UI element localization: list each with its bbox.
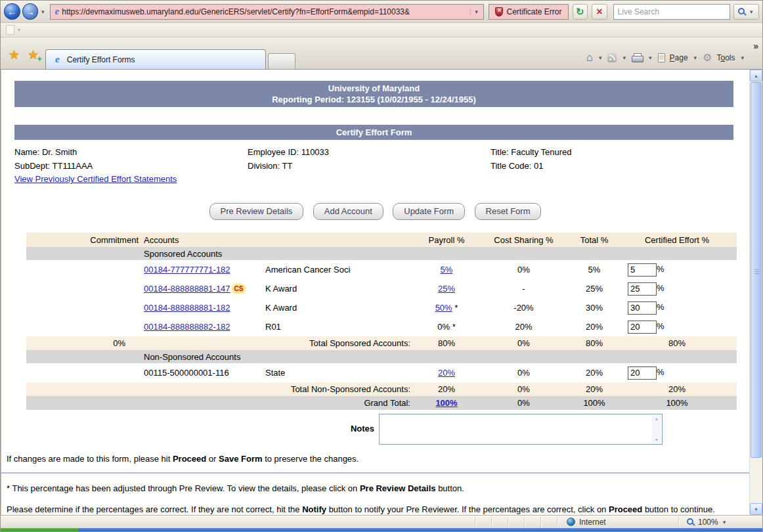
account-link[interactable]: 00184-777777771-182 — [144, 265, 230, 275]
toolbar-overflow-icon[interactable]: » — [753, 41, 758, 51]
zoom-control[interactable]: 100% ▾ — [678, 517, 762, 527]
tab-certify-effort-forms[interactable]: e Certify Effort Forms — [45, 49, 266, 69]
header-payroll: Payroll % — [417, 233, 476, 247]
certified-effort-input[interactable] — [628, 301, 657, 315]
navigation-bar: ← → ▾ e https://devmaximusweb.umaryland.… — [1, 1, 762, 23]
address-bar[interactable]: e https://devmaximusweb.umaryland.edu/Ge… — [50, 4, 485, 20]
back-button[interactable]: ← — [4, 3, 20, 20]
tools-menu[interactable]: Tools — [716, 53, 735, 62]
tools-rest: ols — [725, 53, 735, 62]
search-options-icon[interactable]: ▾ — [749, 9, 754, 15]
cost-sharing-value: 0% — [476, 260, 571, 279]
nonsponsored-total-label: Total Non-Sponsored Accounts: — [141, 382, 417, 396]
notes-scrollbar[interactable]: ▲ ▼ — [652, 415, 661, 443]
history-dropdown[interactable]: ▾ — [40, 9, 46, 15]
update-form-button[interactable]: Update Form — [393, 203, 465, 220]
tab-title: Certify Effort Forms — [67, 55, 135, 64]
header-commitment: Commitment — [26, 233, 141, 247]
sponsored-section-label: Sponsored Accounts — [141, 247, 737, 260]
hint-text: or — [206, 454, 219, 464]
scrollbar-thumb[interactable] — [751, 82, 762, 458]
footnote-text: * This percentage has been adjusted thro… — [7, 483, 360, 493]
rss-feed-icon[interactable] — [607, 53, 617, 62]
notes-box: ▲ ▼ — [379, 414, 663, 445]
page-menu[interactable]: Page — [670, 53, 688, 62]
cost-sharing-badge: CS — [232, 284, 246, 293]
tools-dropdown-icon[interactable]: ▾ — [739, 55, 745, 61]
scrollbar-down-button[interactable]: ▼ — [750, 503, 762, 515]
account-name: K Award — [263, 298, 417, 317]
recent-pages-icon[interactable] — [6, 25, 14, 35]
certified-effort-input[interactable] — [628, 366, 657, 380]
notes-textarea[interactable] — [380, 414, 652, 444]
scroll-down-icon: ▼ — [754, 507, 758, 512]
new-tab-stub[interactable] — [268, 53, 295, 69]
stop-button[interactable]: × — [592, 4, 607, 20]
org-name: University of Maryland — [14, 83, 733, 94]
certified-effort-input[interactable] — [628, 321, 657, 334]
add-favorite-icon[interactable]: ★+ — [28, 49, 39, 61]
payroll-percent-link[interactable]: 20% — [438, 368, 455, 378]
view-previous-statements-link[interactable]: View Previously Certified Effort Stateme… — [14, 174, 177, 184]
ie-page-icon: e — [53, 6, 62, 17]
scroll-down-icon[interactable]: ▼ — [655, 436, 659, 443]
save-form-keyword: Save Form — [219, 454, 262, 464]
grand-total-label: Grand Total: — [26, 396, 417, 410]
percent-suffix: % — [657, 283, 665, 293]
print-dropdown-icon[interactable]: ▾ — [647, 55, 653, 61]
favorites-group: ★ ★+ — [5, 49, 45, 69]
payroll-percent-link[interactable]: 5% — [441, 265, 453, 275]
account-link[interactable]: 00184-888888882-182 — [144, 322, 230, 332]
pre-review-details-button[interactable]: Pre Review Details — [209, 203, 304, 220]
table-row: 00184-888888882-182 R01 0% * 20% 20% % — [26, 317, 737, 336]
forward-button[interactable]: → — [22, 3, 39, 20]
nonsponsored-section-label: Non-Sponsored Accounts — [141, 350, 737, 363]
grand-total-payroll-link[interactable]: 100% — [435, 398, 457, 408]
scrollbar-track[interactable] — [750, 458, 762, 503]
favorites-center-icon[interactable]: ★ — [9, 49, 20, 61]
address-dropdown-icon[interactable]: ▾ — [470, 9, 481, 15]
percent-suffix: % — [657, 264, 665, 274]
header-accounts: Accounts — [141, 233, 263, 247]
feed-dropdown-icon[interactable]: ▾ — [621, 55, 627, 61]
sponsored-total-row: 0% Total Sponsored Accounts: 80% 0% 80% … — [26, 336, 737, 350]
search-go-button[interactable]: ▾ — [733, 4, 759, 20]
home-dropdown-icon[interactable]: ▾ — [598, 55, 603, 61]
certificate-error-badge[interactable]: Certificate Error — [489, 4, 568, 20]
security-zone-cell: Internet — [557, 517, 678, 527]
employee-subdept: SubDept: TT111AAA — [14, 159, 248, 173]
pre-review-keyword: Pre Review Details — [360, 483, 436, 493]
plus-icon: + — [37, 55, 43, 63]
table-header-row: Commitment Accounts Payroll % Cost Shari… — [26, 233, 737, 247]
payroll-percent-link[interactable]: 50% — [435, 303, 452, 313]
gear-icon: ⚙ — [703, 53, 712, 63]
search-input[interactable] — [614, 5, 730, 19]
sponsored-total-total: 80% — [571, 336, 617, 350]
home-icon[interactable]: ⌂ — [586, 52, 593, 63]
scrollbar-up-button[interactable]: ▲ — [750, 70, 762, 81]
scroll-up-icon[interactable]: ▲ — [655, 415, 659, 422]
notes-label: Notes — [1, 414, 379, 445]
save-hint-text: If changes are made to this form, please… — [7, 454, 749, 464]
percent-suffix: % — [657, 302, 665, 312]
vertical-scrollbar[interactable]: ▲ ▼ — [749, 70, 762, 515]
divider-line — [1, 472, 749, 474]
table-row: 00184-888888881-182 K Award 50% * -20% 3… — [26, 298, 737, 317]
recent-pages-dropdown-icon[interactable]: ▾ — [18, 27, 20, 33]
zoom-dropdown-icon[interactable]: ▾ — [722, 519, 728, 525]
account-link[interactable]: 00184-888888881-182 — [144, 303, 230, 313]
certified-effort-input[interactable] — [628, 263, 657, 277]
footnote-text: button to continue. — [642, 504, 715, 514]
print-icon[interactable] — [632, 53, 643, 62]
reset-form-button[interactable]: Reset Form — [475, 203, 542, 220]
notify-footnote: Please determine if the percentages are … — [7, 504, 743, 515]
zoom-icon — [687, 518, 695, 526]
url-text[interactable]: https://devmaximusweb.umaryland.edu/Gene… — [62, 7, 470, 16]
account-link[interactable]: 00184-888888881-147 — [144, 284, 230, 294]
page-dropdown-icon[interactable]: ▾ — [693, 55, 699, 61]
header-certified-effort: Certified Effort % — [617, 233, 737, 247]
add-account-button[interactable]: Add Account — [313, 203, 383, 220]
certified-effort-input[interactable] — [628, 282, 657, 296]
refresh-button[interactable]: ↻ — [573, 4, 588, 20]
payroll-percent-link[interactable]: 25% — [438, 284, 455, 294]
